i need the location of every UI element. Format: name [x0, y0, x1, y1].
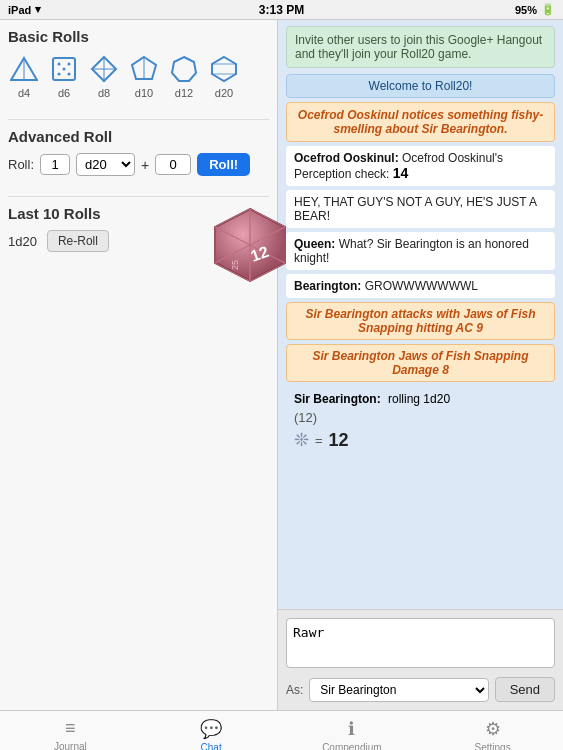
svg-point-3 — [58, 63, 61, 66]
tab-settings[interactable]: ⚙ Settings — [422, 711, 563, 750]
wifi-icon: ▾ — [35, 3, 41, 16]
dice-d12[interactable]: d12 — [168, 53, 200, 99]
msg-queen: Queen: What? Sir Bearington is an honore… — [286, 232, 555, 270]
roll-label: Roll: — [8, 157, 34, 172]
chat-textarea[interactable]: Rawr — [286, 618, 555, 668]
msg-perception: Ocefrod Ooskinul: Ocefrod Ooskinul's Per… — [286, 146, 555, 186]
msg-bear-text: HEY, THAT GUY'S NOT A GUY, HE'S JUST A B… — [294, 195, 536, 223]
main-layout: Basic Rolls d4 — [0, 20, 563, 710]
msg-attack-text: Sir Bearington attacks with Jaws of Fish… — [305, 307, 535, 335]
msg-damage: Sir Bearington Jaws of Fish Snapping Dam… — [286, 344, 555, 382]
chat-input-area: Rawr As: Sir Bearington DM Player Send — [278, 609, 563, 710]
final-equals: = — [315, 433, 323, 448]
d4-label: d4 — [18, 87, 30, 99]
msg-invite: Invite other users to join this Google+ … — [286, 26, 555, 68]
tab-bar: ≡ Journal 💬 Chat ℹ Compendium ⚙ Settings — [0, 710, 563, 750]
d20-overlay: 12 25 — [210, 205, 290, 285]
msg-roll-speaker: Sir Bearington: — [294, 392, 381, 406]
final-val: 12 — [329, 430, 349, 451]
svg-point-6 — [58, 73, 61, 76]
reroll-button[interactable]: Re-Roll — [47, 230, 109, 252]
left-panel: Basic Rolls d4 — [0, 20, 278, 710]
roll-paren: (12) — [294, 410, 317, 425]
tab-journal-label: Journal — [54, 741, 87, 750]
d10-label: d10 — [135, 87, 153, 99]
svg-marker-14 — [212, 57, 236, 81]
chat-bottom-row: As: Sir Bearington DM Player Send — [286, 677, 555, 702]
d6-icon — [48, 53, 80, 85]
tab-journal[interactable]: ≡ Journal — [0, 711, 141, 750]
msg-welcome-text: Welcome to Roll20! — [369, 79, 473, 93]
dice-d8[interactable]: d8 — [88, 53, 120, 99]
dice-row: d4 d6 — [8, 53, 269, 99]
roll-button[interactable]: Roll! — [197, 153, 250, 176]
roll-dice-result: (12) — [294, 410, 547, 425]
settings-icon: ⚙ — [485, 718, 501, 740]
d10-icon — [128, 53, 160, 85]
svg-marker-13 — [172, 57, 196, 81]
modifier-input[interactable] — [155, 154, 191, 175]
msg-perception-roll: 14 — [393, 165, 409, 181]
as-label: As: — [286, 683, 303, 697]
svg-line-19 — [212, 74, 224, 81]
msg-attack: Sir Bearington attacks with Jaws of Fish… — [286, 302, 555, 340]
send-button[interactable]: Send — [495, 677, 555, 702]
roll-number-input[interactable] — [40, 154, 70, 175]
tab-compendium-label: Compendium — [322, 742, 381, 751]
journal-icon: ≡ — [65, 718, 76, 739]
msg-notice: Ocefrod Ooskinul notices something fishy… — [286, 102, 555, 142]
svg-point-4 — [68, 63, 71, 66]
dice-d20[interactable]: d20 — [208, 53, 240, 99]
svg-point-7 — [68, 73, 71, 76]
msg-growl-text: GROWWWWWWWL — [365, 279, 478, 293]
tab-compendium[interactable]: ℹ Compendium — [282, 711, 423, 750]
d20-label: d20 — [215, 87, 233, 99]
chat-icon: 💬 — [200, 718, 222, 740]
d8-label: d8 — [98, 87, 110, 99]
d4-icon — [8, 53, 40, 85]
tab-chat-label: Chat — [201, 742, 222, 751]
advanced-roll-title: Advanced Roll — [8, 128, 269, 145]
roll-row: Roll: d4 d6 d8 d10 d12 d20 d100 + Roll! — [8, 153, 269, 176]
svg-line-16 — [224, 57, 236, 64]
msg-notice-text: Ocefrod Ooskinul notices something fishy… — [298, 108, 543, 136]
msg-welcome: Welcome to Roll20! — [286, 74, 555, 98]
status-right: 95% 🔋 — [515, 3, 555, 16]
msg-queen-speaker: Queen: — [294, 237, 335, 251]
msg-roll-block: Sir Bearington: rolling 1d20 (12) ❊ = 12 — [286, 386, 555, 457]
msg-roll-text: rolling 1d20 — [388, 392, 450, 406]
chat-messages[interactable]: Invite other users to join this Google+ … — [278, 20, 563, 609]
dice-d4[interactable]: d4 — [8, 53, 40, 99]
d6-label: d6 — [58, 87, 70, 99]
svg-point-5 — [63, 68, 66, 71]
ipad-label: iPad — [8, 4, 31, 16]
tab-settings-label: Settings — [475, 742, 511, 751]
d12-icon — [168, 53, 200, 85]
divider-1 — [8, 119, 269, 120]
die-select[interactable]: d4 d6 d8 d10 d12 d20 d100 — [76, 153, 135, 176]
dice-d6[interactable]: d6 — [48, 53, 80, 99]
d8-icon — [88, 53, 120, 85]
msg-perception-speaker: Ocefrod Ooskinul: — [294, 151, 399, 165]
as-select[interactable]: Sir Bearington DM Player — [309, 678, 488, 702]
msg-growl: Bearington: GROWWWWWWWL — [286, 274, 555, 298]
snowflake-icon: ❊ — [294, 429, 309, 451]
compendium-icon: ℹ — [348, 718, 355, 740]
svg-line-20 — [224, 74, 236, 81]
dice-d10[interactable]: d10 — [128, 53, 160, 99]
tab-chat[interactable]: 💬 Chat — [141, 711, 282, 750]
d20-icon — [208, 53, 240, 85]
msg-bear: HEY, THAT GUY'S NOT A GUY, HE'S JUST A B… — [286, 190, 555, 228]
battery-icon: 🔋 — [541, 3, 555, 16]
msg-growl-speaker: Bearington: — [294, 279, 361, 293]
status-bar: iPad ▾ 3:13 PM 95% 🔋 — [0, 0, 563, 20]
status-left: iPad ▾ — [8, 3, 41, 16]
basic-rolls-title: Basic Rolls — [8, 28, 269, 45]
d12-label: d12 — [175, 87, 193, 99]
svg-line-15 — [212, 57, 224, 64]
svg-text:25: 25 — [230, 260, 240, 270]
battery-label: 95% — [515, 4, 537, 16]
advanced-roll-section: Advanced Roll Roll: d4 d6 d8 d10 d12 d20… — [8, 128, 269, 176]
msg-invite-text: Invite other users to join this Google+ … — [295, 33, 542, 61]
plus-sign: + — [141, 157, 149, 173]
